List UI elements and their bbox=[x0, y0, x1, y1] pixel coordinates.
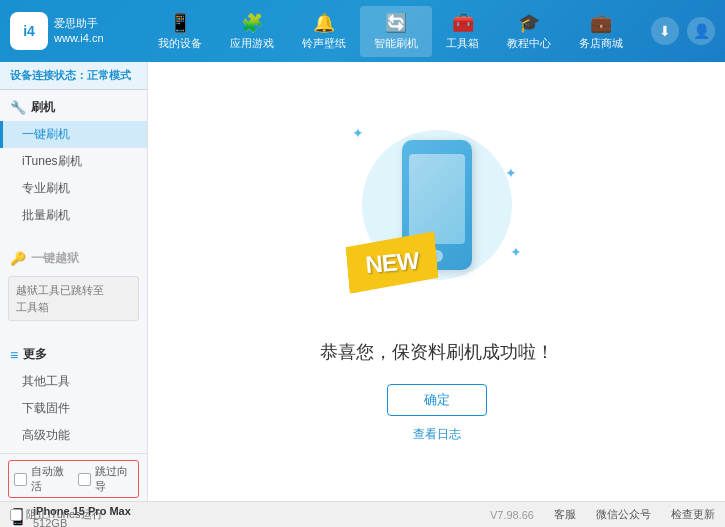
sparkle-2: ✦ bbox=[505, 165, 517, 181]
jailbreak-section-icon: 🔑 bbox=[10, 251, 26, 266]
nav-ringtone[interactable]: 🔔 铃声壁纸 bbox=[288, 6, 360, 57]
nav-my-device[interactable]: 📱 我的设备 bbox=[144, 6, 216, 57]
header-right: ⬇ 👤 bbox=[651, 17, 715, 45]
auto-activate-label: 自动激活 bbox=[31, 464, 70, 494]
nav-smart-flash[interactable]: 🔄 智能刷机 bbox=[360, 6, 432, 57]
footer-right: V7.98.66 客服 微信公众号 检查更新 bbox=[490, 507, 715, 522]
nav-device-icon: 📱 bbox=[169, 12, 191, 34]
new-banner: NEW bbox=[344, 231, 438, 294]
more-section-icon: ≡ bbox=[10, 347, 18, 363]
flash-section-icon: 🔧 bbox=[10, 100, 26, 115]
new-label: NEW bbox=[364, 246, 419, 279]
sidebar-item-pro-flash[interactable]: 专业刷机 bbox=[0, 175, 147, 202]
main-content: ✦ ✦ ✦ NEW 恭喜您，保资料刷机成功啦！ 确定 查看日志 bbox=[148, 62, 725, 501]
success-title: 恭喜您，保资料刷机成功啦！ bbox=[320, 340, 554, 364]
sparkle-3: ✦ bbox=[510, 244, 522, 260]
confirm-button[interactable]: 确定 bbox=[387, 384, 487, 416]
stop-itunes-checkbox[interactable] bbox=[10, 509, 22, 521]
nav-tutorial-icon: 🎓 bbox=[518, 12, 540, 34]
nav-service-icon: 💼 bbox=[590, 12, 612, 34]
auto-activate-checkbox[interactable] bbox=[14, 473, 27, 486]
sidebar-flash-header: 🔧 刷机 bbox=[0, 94, 147, 121]
nav-bar: 📱 我的设备 🧩 应用游戏 🔔 铃声壁纸 🔄 智能刷机 🧰 工具箱 🎓 教程中心… bbox=[130, 6, 651, 57]
footer-link-update[interactable]: 检查更新 bbox=[671, 507, 715, 522]
download-button[interactable]: ⬇ bbox=[651, 17, 679, 45]
sidebar-jailbreak-section: 🔑 一键越狱 越狱工具已跳转至工具箱 bbox=[0, 241, 147, 329]
logo-text: 爱思助手 www.i4.cn bbox=[54, 16, 104, 47]
header: i4 爱思助手 www.i4.cn 📱 我的设备 🧩 应用游戏 🔔 铃声壁纸 🔄… bbox=[0, 0, 725, 62]
sidebar-item-download-firmware[interactable]: 下载固件 bbox=[0, 395, 147, 422]
logo-area: i4 爱思助手 www.i4.cn bbox=[10, 12, 130, 50]
sidebar-jailbreak-header: 🔑 一键越狱 bbox=[0, 245, 147, 272]
sidebar: 设备连接状态：正常模式 🔧 刷机 一键刷机 iTunes刷机 专业刷机 批量刷机 bbox=[0, 62, 148, 501]
logo-icon: i4 bbox=[10, 12, 48, 50]
nav-service[interactable]: 💼 务店商城 bbox=[565, 6, 637, 57]
sidebar-more-section: ≡ 更多 其他工具 下载固件 高级功能 bbox=[0, 337, 147, 453]
nav-ringtone-icon: 🔔 bbox=[313, 12, 335, 34]
main-layout: 设备连接状态：正常模式 🔧 刷机 一键刷机 iTunes刷机 专业刷机 批量刷机 bbox=[0, 62, 725, 501]
phone-screen-inner bbox=[409, 154, 465, 244]
nav-app-icon: 🧩 bbox=[241, 12, 263, 34]
nav-flash-icon: 🔄 bbox=[385, 12, 407, 34]
user-button[interactable]: 👤 bbox=[687, 17, 715, 45]
sidebar-item-other-tools[interactable]: 其他工具 bbox=[0, 368, 147, 395]
auto-activate-row: 自动激活 跳过向导 bbox=[8, 460, 139, 498]
footer-left: 阻止iTunes运行 bbox=[10, 507, 103, 522]
sidebar-more-header: ≡ 更多 bbox=[0, 341, 147, 368]
view-log-link[interactable]: 查看日志 bbox=[413, 426, 461, 443]
guide-checkbox[interactable] bbox=[78, 473, 91, 486]
success-illustration: ✦ ✦ ✦ NEW bbox=[337, 120, 537, 320]
sidebar-item-advanced[interactable]: 高级功能 bbox=[0, 422, 147, 449]
sidebar-status: 设备连接状态：正常模式 bbox=[0, 62, 147, 90]
nav-tutorial[interactable]: 🎓 教程中心 bbox=[493, 6, 565, 57]
sidebar-jailbreak-note: 越狱工具已跳转至工具箱 bbox=[8, 276, 139, 321]
version-label: V7.98.66 bbox=[490, 509, 534, 521]
sidebar-item-batch-flash[interactable]: 批量刷机 bbox=[0, 202, 147, 229]
footer-link-wechat[interactable]: 微信公众号 bbox=[596, 507, 651, 522]
sparkle-1: ✦ bbox=[352, 125, 364, 141]
stop-itunes-label: 阻止iTunes运行 bbox=[26, 507, 103, 522]
sidebar-item-itunes-flash[interactable]: iTunes刷机 bbox=[0, 148, 147, 175]
sidebar-item-one-key-flash[interactable]: 一键刷机 bbox=[0, 121, 147, 148]
guide-label: 跳过向导 bbox=[95, 464, 134, 494]
nav-toolbox-icon: 🧰 bbox=[452, 12, 474, 34]
phone-screen bbox=[409, 154, 465, 244]
footer-link-support[interactable]: 客服 bbox=[554, 507, 576, 522]
nav-toolbox[interactable]: 🧰 工具箱 bbox=[432, 6, 493, 57]
sidebar-flash-section: 🔧 刷机 一键刷机 iTunes刷机 专业刷机 批量刷机 bbox=[0, 90, 147, 233]
nav-app-games[interactable]: 🧩 应用游戏 bbox=[216, 6, 288, 57]
